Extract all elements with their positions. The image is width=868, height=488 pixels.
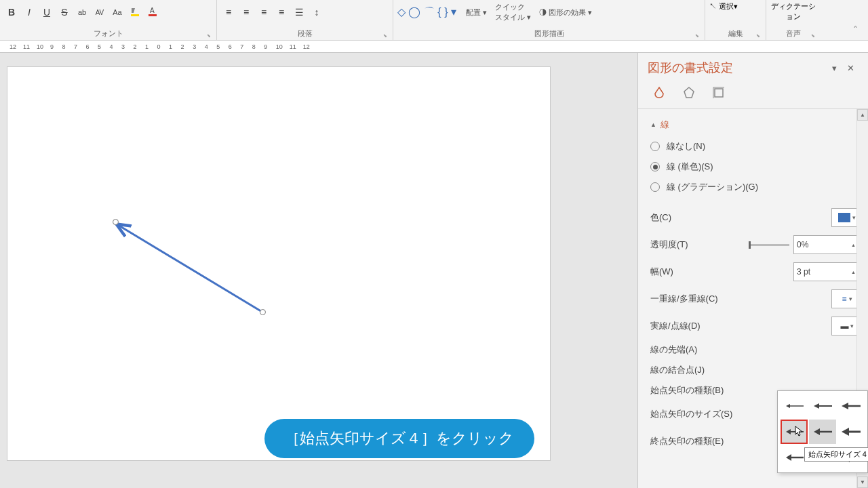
shape-gallery[interactable]: ◇ ◯ ⌒ { } ▾ (397, 5, 456, 20)
svg-marker-4 (684, 87, 694, 98)
highlight-button[interactable] (127, 5, 142, 20)
collapse-icon: ▲ (650, 121, 656, 128)
horizontal-ruler: 12 11 10 9 8 7 6 5 4 3 2 1 0 1 2 3 4 5 6… (0, 41, 868, 53)
shape-handle-start[interactable] (113, 219, 119, 225)
arrow-size-5[interactable] (809, 420, 836, 444)
svg-line-3 (118, 225, 263, 312)
ribbon-group-paragraph: ≡ ≡ ≡ ≡ ☰ ↕ 段落 (217, 0, 393, 40)
ribbon-group-drawing: ◇ ◯ ⌒ { } ▾ 配置 ▾ クイックスタイル ▾ ◑ 図形の効果 ▾ 図形… (393, 0, 705, 40)
ribbon-group-edit: ↖ 選択▾ 編集 (705, 0, 766, 40)
cap-label: 線の先端(A) (650, 344, 863, 356)
collapse-ribbon-icon[interactable]: ˄ (848, 22, 863, 37)
arrow-size-3[interactable] (837, 394, 865, 418)
line-section-header[interactable]: ▲ 線 (650, 116, 863, 136)
arrow-size-2[interactable] (809, 394, 836, 418)
align-right-button[interactable]: ≡ (256, 5, 271, 20)
format-shape-pane: 図形の書式設定 ▾ ✕ ▲ 線 線なし(N) 線 (単色)(S) 線 (グラデー… (637, 53, 868, 488)
align-left-button[interactable]: ≡ (221, 5, 236, 20)
scroll-down-icon[interactable]: ▼ (857, 476, 868, 488)
size-tab[interactable] (710, 84, 728, 102)
svg-rect-0 (131, 14, 139, 16)
dash-label: 実線/点線(D) (650, 320, 831, 332)
case-button[interactable]: Aa (110, 5, 125, 20)
ribbon-group-voice: ディクテーション 音声 (766, 0, 821, 40)
effects-tab[interactable] (680, 84, 698, 102)
ribbon-label-font: フォント (4, 27, 212, 40)
select-button[interactable]: ↖ 選択▾ (709, 1, 738, 12)
arrow-size-1[interactable] (781, 394, 808, 418)
align-menu[interactable]: 配置 ▾ (466, 7, 487, 18)
ribbon-label-edit: 編集 (709, 27, 762, 40)
pane-options-button[interactable]: ▾ (826, 60, 842, 76)
width-label: 幅(W) (650, 266, 793, 278)
line-solid-radio[interactable]: 線 (単色)(S) (650, 157, 863, 177)
line-section-label: 線 (660, 119, 669, 131)
ribbon-label-voice: 音声 (770, 27, 816, 40)
shape-effects-button[interactable]: ◑ 図形の効果 ▾ (539, 7, 592, 18)
width-input[interactable]: 3 pt▲▼ (793, 262, 863, 281)
ribbon-label-drawing: 図形描画 (397, 27, 701, 40)
instruction-bubble: ［始点矢印サイズ４］をクリック (264, 419, 534, 458)
cursor-icon (795, 426, 804, 438)
ribbon-group-font: B I U S ab AV Aa A フォント (0, 0, 217, 40)
scroll-up-icon[interactable]: ▲ (857, 109, 868, 121)
join-label: 線の結合点(J) (650, 364, 863, 376)
shadow-button[interactable]: ab (75, 5, 90, 20)
line-gradient-radio[interactable]: 線 (グラデーション)(G) (650, 177, 863, 197)
underline-button[interactable]: U (39, 5, 54, 20)
svg-text:A: A (150, 7, 155, 14)
ribbon-label-paragraph: 段落 (221, 27, 389, 40)
transparency-input[interactable]: 0%▲▼ (793, 235, 863, 254)
text-direction-button[interactable]: ↕ (309, 5, 324, 20)
shape-handle-end[interactable] (260, 309, 266, 315)
bold-button[interactable]: B (4, 5, 19, 20)
pane-close-button[interactable]: ✕ (842, 60, 859, 76)
spacing-button[interactable]: AV (92, 5, 107, 20)
pane-title: 図形の書式設定 (648, 60, 826, 76)
color-label: 色(C) (650, 211, 831, 224)
font-color-button[interactable]: A (145, 5, 160, 20)
svg-rect-5 (715, 89, 723, 97)
strike-button[interactable]: S (57, 5, 72, 20)
italic-button[interactable]: I (22, 5, 37, 20)
slide-canvas[interactable] (7, 66, 551, 461)
transparency-label: 透明度(T) (650, 239, 745, 251)
compound-label: 一重線/多重線(C) (650, 293, 831, 305)
ribbon: B I U S ab AV Aa A フォント ≡ ≡ ≡ ≡ ☰ ↕ 段落 ◇… (0, 0, 868, 41)
line-shape[interactable] (113, 220, 269, 318)
dictation-button[interactable]: ディクテーション (770, 1, 816, 22)
arrow-size-6[interactable] (837, 420, 865, 444)
fill-line-tab[interactable] (650, 84, 668, 102)
svg-rect-1 (149, 14, 157, 16)
columns-button[interactable]: ☰ (292, 5, 307, 20)
transparency-slider[interactable] (749, 244, 789, 246)
tooltip: 始点矢印サイズ 4 (804, 447, 868, 462)
line-none-radio[interactable]: 線なし(N) (650, 136, 863, 157)
align-center-button[interactable]: ≡ (239, 5, 254, 20)
quick-style-menu[interactable]: クイックスタイル ▾ (495, 2, 531, 22)
justify-button[interactable]: ≡ (274, 5, 289, 20)
